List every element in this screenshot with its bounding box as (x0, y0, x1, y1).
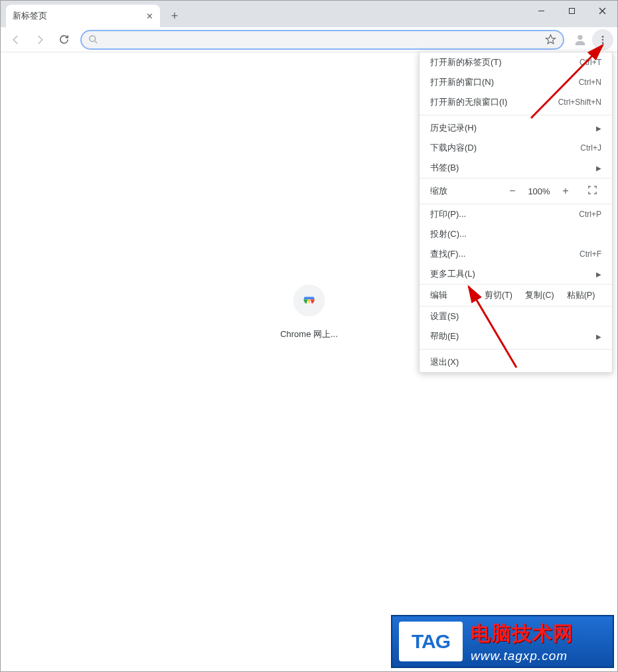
submenu-arrow-icon: ▶ (596, 333, 601, 340)
back-button[interactable] (5, 30, 27, 50)
watermark: TAG 电脑技术网 www.tagxp.com (391, 615, 614, 668)
menu-settings[interactable]: 设置(S) (420, 306, 612, 326)
bookmark-star-icon[interactable] (545, 34, 556, 45)
menu-more-tools[interactable]: 更多工具(L) ▶ (420, 264, 612, 284)
svg-rect-1 (569, 8, 574, 13)
chrome-main-menu: 打开新的标签页(T) Ctrl+T 打开新的窗口(N) Ctrl+N 打开新的无… (419, 52, 613, 373)
menu-edit-row: 编辑 剪切(T) 复制(C) 粘贴(P) (420, 284, 612, 306)
svg-point-7 (578, 34, 582, 39)
menu-new-incognito[interactable]: 打开新的无痕窗口(I) Ctrl+Shift+N (420, 92, 612, 112)
maximize-button[interactable] (556, 1, 587, 21)
edit-label: 编辑 (430, 289, 447, 301)
close-window-button[interactable] (587, 1, 617, 21)
close-tab-icon[interactable]: ✕ (146, 11, 153, 21)
svg-line-5 (94, 40, 97, 43)
chrome-webstore-icon (293, 285, 325, 316)
menu-cast[interactable]: 投射(C)... (420, 224, 612, 244)
tab-strip: 新标签页 ✕ + (1, 1, 617, 27)
watermark-tag: TAG (399, 622, 463, 661)
browser-window: 新标签页 ✕ + (0, 0, 618, 672)
paste-button[interactable]: 粘贴(P) (560, 290, 601, 301)
menu-new-tab[interactable]: 打开新的标签页(T) Ctrl+T (420, 52, 612, 72)
svg-point-10 (602, 42, 604, 44)
minimize-button[interactable] (526, 1, 556, 21)
zoom-value: 100% (523, 186, 555, 196)
toolbar (1, 27, 617, 52)
menu-separator (420, 115, 612, 115)
watermark-title: 电脑技术网 (471, 620, 574, 647)
submenu-arrow-icon: ▶ (596, 165, 601, 172)
zoom-in-button[interactable]: + (555, 185, 576, 197)
svg-marker-6 (546, 34, 555, 43)
copy-button[interactable]: 复制(C) (519, 290, 560, 301)
menu-find[interactable]: 查找(F)... Ctrl+F (420, 244, 612, 264)
menu-bookmarks[interactable]: 书签(B) ▶ (420, 158, 612, 178)
menu-history[interactable]: 历史记录(H) ▶ (420, 118, 612, 138)
zoom-out-button[interactable]: − (502, 185, 523, 197)
reload-button[interactable] (52, 30, 75, 50)
forward-button[interactable] (29, 30, 51, 50)
cut-button[interactable]: 剪切(T) (478, 290, 519, 301)
window-controls (526, 1, 617, 21)
menu-zoom-row: 缩放 − 100% + (420, 178, 612, 204)
submenu-arrow-icon: ▶ (596, 125, 601, 132)
watermark-url: www.tagxp.com (471, 649, 574, 663)
app-shortcut[interactable]: Chrome 网上... (280, 285, 338, 340)
menu-print[interactable]: 打印(P)... Ctrl+P (420, 204, 612, 224)
menu-new-window[interactable]: 打开新的窗口(N) Ctrl+N (420, 72, 612, 92)
tab-title: 新标签页 (13, 11, 47, 22)
svg-point-9 (602, 38, 604, 40)
new-tab-button[interactable]: + (165, 7, 184, 25)
menu-separator (420, 349, 612, 350)
menu-help[interactable]: 帮助(E) ▶ (420, 326, 612, 346)
profile-button[interactable] (570, 29, 591, 50)
svg-point-4 (90, 36, 96, 42)
svg-point-8 (602, 36, 604, 38)
fullscreen-button[interactable] (583, 185, 601, 197)
zoom-label: 缩放 (430, 185, 447, 197)
address-bar[interactable] (80, 30, 564, 50)
submenu-arrow-icon: ▶ (596, 271, 601, 278)
search-icon (88, 34, 98, 44)
menu-downloads[interactable]: 下载内容(D) Ctrl+J (420, 138, 612, 158)
more-menu-button[interactable] (592, 29, 613, 50)
browser-tab[interactable]: 新标签页 ✕ (6, 5, 160, 27)
menu-exit[interactable]: 退出(X) (420, 352, 612, 372)
app-shortcut-label: Chrome 网上... (280, 328, 338, 340)
